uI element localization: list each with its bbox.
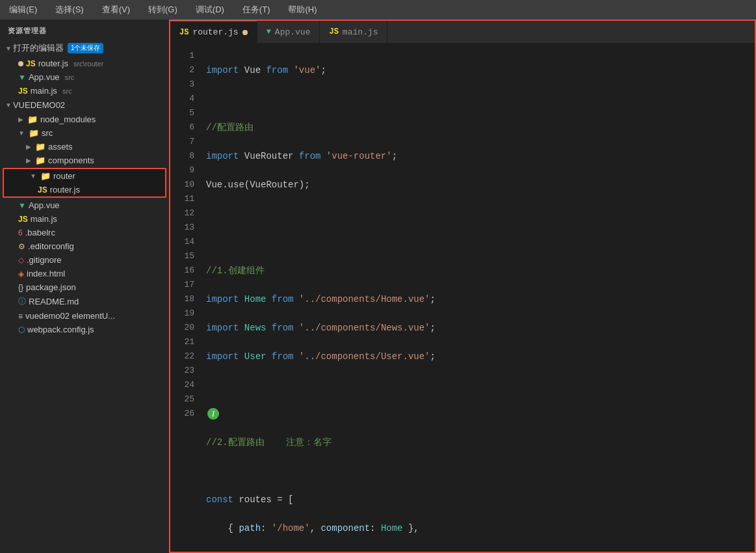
main-js-label: main.js	[31, 214, 57, 224]
sidebar-title: 资源管理器	[0, 20, 169, 40]
menubar: 编辑(E) 选择(S) 查看(V) 转到(G) 调试(D) 任务(T) 帮助(H…	[0, 0, 756, 20]
arrow-right-icon: ▶	[18, 116, 23, 123]
open-file-main-path: src	[62, 87, 72, 95]
js-icon2: JS	[18, 215, 28, 224]
open-editors-label: 打开的编辑器	[13, 42, 64, 54]
menu-item-select[interactable]: 选择(S)	[51, 3, 87, 17]
code-line-7	[206, 235, 755, 249]
sidebar-item-components[interactable]: ▶ 📁 components	[0, 154, 169, 167]
line-numbers: 12345 678910 1112131415 1617181920 21222…	[170, 44, 200, 552]
code-line-16: const routes = [	[206, 492, 755, 507]
gitignore-icon: ◇	[18, 256, 24, 265]
folder-icon-assets: 📁	[35, 142, 46, 152]
sidebar-item-main-js[interactable]: JS main.js	[0, 212, 169, 226]
js-icon: JS	[26, 59, 36, 68]
package-json-label: package.json	[26, 282, 76, 292]
sidebar-item-gitignore[interactable]: ◇ .gitignore	[0, 253, 169, 267]
router-label: router	[53, 171, 75, 181]
editorconfig-label: .editorconfig	[28, 241, 74, 251]
arrow-down-icon3: ▼	[18, 129, 25, 137]
code-line-5: Vue.use(VueRouter);	[206, 178, 755, 192]
router-js-label: router.js	[50, 185, 80, 195]
md-icon: ⓘ	[18, 296, 26, 307]
tab-main-js[interactable]: JS main.js	[320, 21, 387, 43]
vuedemo02-label: vuedemo02 elementU...	[25, 311, 115, 321]
sidebar-item-webpack[interactable]: ⬡ webpack.config.js	[0, 323, 169, 336]
tab-js-icon2: JS	[329, 27, 338, 36]
sidebar-item-vuedemo02[interactable]: ≡ vuedemo02 elementU...	[0, 309, 169, 323]
code-line-17: { path: '/home', component: Home },	[206, 521, 755, 535]
arrow-right-icon3: ▶	[26, 157, 31, 164]
sidebar-item-readme[interactable]: ⓘ README.md	[0, 294, 169, 309]
vue-icon: ▼	[18, 73, 26, 82]
project-section[interactable]: ▼ VUEDEMO02	[0, 98, 169, 113]
menu-item-task[interactable]: 任务(T)	[239, 3, 274, 17]
sidebar-item-app-vue[interactable]: ▼ App.vue	[0, 198, 169, 212]
router-folder-group: ▼ 📁 router JS router.js	[3, 168, 166, 198]
folder-icon-components: 📁	[35, 155, 46, 165]
menu-item-view[interactable]: 查看(V)	[98, 3, 134, 17]
code-line-10: import News from '../components/News.vue…	[206, 321, 755, 335]
tab-vue-icon: ▼	[267, 27, 271, 36]
tab-app-vue-label: App.vue	[275, 27, 311, 37]
open-file-app-name: App.vue	[29, 72, 60, 82]
html-icon: ◈	[18, 269, 24, 278]
open-file-router-path: src\router	[73, 60, 103, 68]
code-line-8: //1.创建组件	[206, 263, 755, 278]
open-file-main-name: main.js	[31, 86, 57, 96]
arrow-down-icon2: ▼	[5, 101, 12, 109]
sidebar-item-editorconfig[interactable]: ⚙ .editorconfig	[0, 239, 169, 253]
code-container[interactable]: 12345 678910 1112131415 1617181920 21222…	[170, 44, 755, 552]
webpack-label: webpack.config.js	[27, 325, 94, 334]
sidebar-item-index-html[interactable]: ◈ index.html	[0, 267, 169, 280]
code-line-12	[206, 378, 755, 392]
gitignore-label: .gitignore	[27, 255, 61, 265]
unsaved-badge: 1个未保存	[68, 43, 104, 53]
text-cursor: I	[207, 408, 219, 420]
code-line-4: import VueRouter from 'vue-router';	[206, 149, 755, 163]
sidebar-item-package-json[interactable]: {} package.json	[0, 280, 169, 294]
menu-item-goto[interactable]: 转到(G)	[144, 3, 181, 17]
open-file-router[interactable]: JS router.js src\router	[0, 57, 169, 70]
menu-item-debug[interactable]: 调试(D)	[192, 3, 228, 17]
babelrc-icon: 6	[18, 228, 23, 237]
tab-app-vue[interactable]: ▼ App.vue	[257, 21, 320, 43]
tab-js-icon: JS	[179, 28, 189, 37]
menu-item-edit[interactable]: 编辑(E)	[5, 3, 41, 17]
code-line-6	[206, 206, 755, 221]
node-modules-label: node_modules	[40, 115, 96, 124]
arrow-right-icon2: ▶	[26, 143, 31, 150]
readme-label: README.md	[29, 297, 79, 306]
sidebar-item-assets[interactable]: ▶ 📁 assets	[0, 140, 169, 154]
sidebar-item-node-modules[interactable]: ▶ 📁 node_modules	[0, 113, 169, 126]
code-editor[interactable]: import Vue from 'vue'; //配置路由 import Vue…	[200, 44, 755, 552]
tab-router-js-label: router.js	[192, 27, 238, 37]
editorconfig-icon: ⚙	[18, 242, 25, 251]
app-vue-label: App.vue	[29, 200, 60, 210]
open-file-app[interactable]: ▼ App.vue src	[0, 70, 169, 84]
sidebar-item-src[interactable]: ▼ 📁 src	[0, 126, 169, 140]
code-line-1: import Vue from 'vue';	[206, 63, 755, 77]
code-line-14: //2.配置路由 注意：名字	[206, 435, 755, 450]
code-line-3: //配置路由	[206, 120, 755, 135]
open-file-app-path: src	[65, 74, 75, 81]
modified-dot	[18, 61, 23, 66]
tab-main-js-label: main.js	[343, 27, 378, 37]
sidebar-item-router[interactable]: ▼ 📁 router	[4, 169, 165, 183]
open-editors-section[interactable]: ▼ 打开的编辑器 1个未保存	[0, 40, 169, 57]
src-label: src	[42, 128, 53, 138]
code-line-2	[206, 92, 755, 106]
menu-item-help[interactable]: 帮助(H)	[284, 3, 320, 17]
open-file-main[interactable]: JS main.js src	[0, 84, 169, 98]
code-line-9: import Home from '../components/Home.vue…	[206, 292, 755, 306]
sidebar-item-router-js[interactable]: JS router.js	[4, 183, 165, 196]
tab-router-js[interactable]: JS router.js	[170, 21, 257, 43]
code-line-13: I	[206, 407, 755, 421]
arrow-down-icon: ▼	[5, 45, 12, 52]
code-line-11: import User from '../components/User.vue…	[206, 349, 755, 364]
sidebar-item-babelrc[interactable]: 6 .babelrc	[0, 226, 169, 239]
file-icon: ≡	[18, 312, 23, 321]
js-icon-router: JS	[38, 185, 47, 195]
code-line-15	[206, 464, 755, 478]
open-file-router-name: router.js	[38, 59, 68, 68]
